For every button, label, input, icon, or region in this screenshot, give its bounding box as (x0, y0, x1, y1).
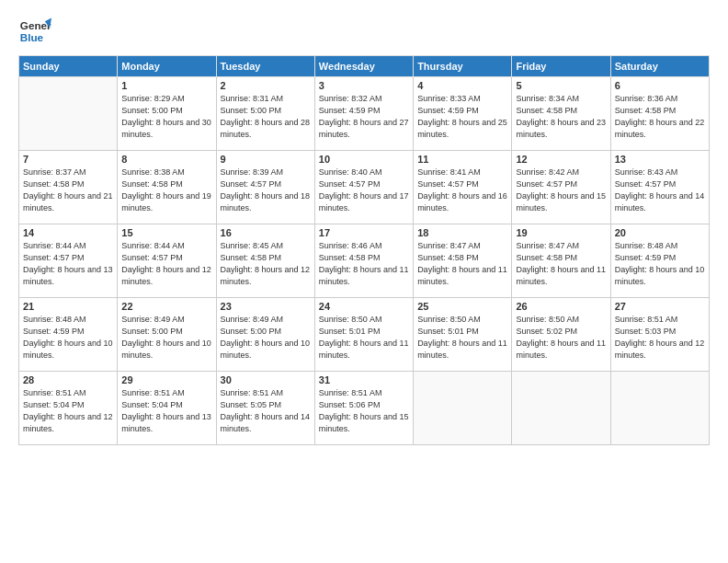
day-info: Sunrise: 8:37 AM Sunset: 4:58 PM Dayligh… (23, 167, 113, 214)
day-number: 28 (23, 374, 113, 385)
day-number: 23 (221, 301, 311, 312)
day-info: Sunrise: 8:29 AM Sunset: 5:00 PM Dayligh… (121, 93, 211, 141)
week-row-4: 21Sunrise: 8:48 AM Sunset: 4:59 PM Dayli… (19, 298, 710, 372)
day-header-friday: Friday (512, 56, 610, 77)
day-info: Sunrise: 8:50 AM Sunset: 5:01 PM Dayligh… (417, 314, 507, 362)
day-info: Sunrise: 8:34 AM Sunset: 4:58 PM Dayligh… (516, 93, 606, 141)
day-cell: 5Sunrise: 8:34 AM Sunset: 4:58 PM Daylig… (512, 77, 610, 151)
day-cell: 27Sunrise: 8:51 AM Sunset: 5:03 PM Dayli… (610, 298, 709, 372)
day-number: 15 (121, 227, 211, 238)
day-cell (610, 372, 709, 445)
day-info: Sunrise: 8:50 AM Sunset: 5:01 PM Dayligh… (319, 314, 409, 362)
header: General Blue (18, 15, 710, 48)
day-info: Sunrise: 8:51 AM Sunset: 5:05 PM Dayligh… (221, 387, 311, 435)
day-number: 2 (221, 80, 311, 91)
day-cell: 19Sunrise: 8:47 AM Sunset: 4:58 PM Dayli… (512, 224, 610, 298)
day-cell: 25Sunrise: 8:50 AM Sunset: 5:01 PM Dayli… (414, 298, 512, 372)
day-cell: 3Sunrise: 8:32 AM Sunset: 4:59 PM Daylig… (314, 77, 413, 151)
day-info: Sunrise: 8:47 AM Sunset: 4:58 PM Dayligh… (516, 240, 606, 288)
day-number: 11 (417, 154, 507, 165)
day-number: 29 (121, 374, 211, 385)
day-info: Sunrise: 8:39 AM Sunset: 4:57 PM Dayligh… (221, 167, 311, 214)
day-cell: 13Sunrise: 8:43 AM Sunset: 4:57 PM Dayli… (610, 151, 709, 224)
day-info: Sunrise: 8:48 AM Sunset: 4:59 PM Dayligh… (23, 314, 113, 362)
day-number: 26 (516, 301, 606, 312)
day-cell (414, 372, 512, 445)
week-row-2: 7Sunrise: 8:37 AM Sunset: 4:58 PM Daylig… (19, 151, 710, 224)
day-info: Sunrise: 8:51 AM Sunset: 5:04 PM Dayligh… (23, 387, 113, 435)
day-number: 20 (615, 227, 705, 238)
day-info: Sunrise: 8:43 AM Sunset: 4:57 PM Dayligh… (615, 167, 705, 214)
day-number: 21 (23, 301, 113, 312)
day-cell: 14Sunrise: 8:44 AM Sunset: 4:57 PM Dayli… (19, 224, 118, 298)
day-cell: 4Sunrise: 8:33 AM Sunset: 4:59 PM Daylig… (414, 77, 512, 151)
day-cell: 18Sunrise: 8:47 AM Sunset: 4:58 PM Dayli… (414, 224, 512, 298)
day-info: Sunrise: 8:45 AM Sunset: 4:58 PM Dayligh… (221, 240, 311, 288)
day-cell: 9Sunrise: 8:39 AM Sunset: 4:57 PM Daylig… (216, 151, 314, 224)
day-info: Sunrise: 8:32 AM Sunset: 4:59 PM Dayligh… (319, 93, 409, 141)
day-info: Sunrise: 8:41 AM Sunset: 4:57 PM Dayligh… (417, 167, 507, 214)
day-number: 4 (417, 80, 507, 91)
day-cell: 11Sunrise: 8:41 AM Sunset: 4:57 PM Dayli… (414, 151, 512, 224)
day-info: Sunrise: 8:51 AM Sunset: 5:06 PM Dayligh… (319, 387, 409, 435)
calendar-table: SundayMondayTuesdayWednesdayThursdayFrid… (18, 55, 710, 445)
day-info: Sunrise: 8:44 AM Sunset: 4:57 PM Dayligh… (23, 240, 113, 288)
day-cell: 21Sunrise: 8:48 AM Sunset: 4:59 PM Dayli… (19, 298, 118, 372)
day-info: Sunrise: 8:49 AM Sunset: 5:00 PM Dayligh… (221, 314, 311, 362)
day-cell: 1Sunrise: 8:29 AM Sunset: 5:00 PM Daylig… (118, 77, 216, 151)
header-row: SundayMondayTuesdayWednesdayThursdayFrid… (19, 56, 710, 77)
day-info: Sunrise: 8:40 AM Sunset: 4:57 PM Dayligh… (319, 167, 409, 214)
day-number: 6 (615, 80, 705, 91)
day-number: 19 (516, 227, 606, 238)
logo: General Blue (18, 15, 51, 48)
day-number: 14 (23, 227, 113, 238)
day-cell: 29Sunrise: 8:51 AM Sunset: 5:04 PM Dayli… (118, 372, 216, 445)
calendar-page: General Blue SundayMondayTuesdayWednesda… (0, 0, 728, 563)
day-header-sunday: Sunday (19, 56, 118, 77)
day-info: Sunrise: 8:48 AM Sunset: 4:59 PM Dayligh… (615, 240, 705, 288)
day-info: Sunrise: 8:51 AM Sunset: 5:04 PM Dayligh… (121, 387, 211, 435)
day-header-wednesday: Wednesday (314, 56, 413, 77)
day-cell: 16Sunrise: 8:45 AM Sunset: 4:58 PM Dayli… (216, 224, 314, 298)
day-number: 8 (121, 154, 211, 165)
day-header-tuesday: Tuesday (216, 56, 314, 77)
day-number: 18 (417, 227, 507, 238)
day-number: 24 (319, 301, 409, 312)
week-row-1: 1Sunrise: 8:29 AM Sunset: 5:00 PM Daylig… (19, 77, 710, 151)
day-number: 30 (221, 374, 311, 385)
day-info: Sunrise: 8:51 AM Sunset: 5:03 PM Dayligh… (615, 314, 705, 362)
week-row-3: 14Sunrise: 8:44 AM Sunset: 4:57 PM Dayli… (19, 224, 710, 298)
day-info: Sunrise: 8:38 AM Sunset: 4:58 PM Dayligh… (121, 167, 211, 214)
day-number: 7 (23, 154, 113, 165)
day-cell: 7Sunrise: 8:37 AM Sunset: 4:58 PM Daylig… (19, 151, 118, 224)
day-cell: 30Sunrise: 8:51 AM Sunset: 5:05 PM Dayli… (216, 372, 314, 445)
day-info: Sunrise: 8:47 AM Sunset: 4:58 PM Dayligh… (417, 240, 507, 288)
logo-icon: General Blue (18, 15, 51, 48)
day-cell: 28Sunrise: 8:51 AM Sunset: 5:04 PM Dayli… (19, 372, 118, 445)
day-number: 22 (121, 301, 211, 312)
day-number: 25 (417, 301, 507, 312)
day-number: 12 (516, 154, 606, 165)
day-info: Sunrise: 8:49 AM Sunset: 5:00 PM Dayligh… (121, 314, 211, 362)
day-header-monday: Monday (118, 56, 216, 77)
day-number: 17 (319, 227, 409, 238)
day-cell: 2Sunrise: 8:31 AM Sunset: 5:00 PM Daylig… (216, 77, 314, 151)
day-number: 13 (615, 154, 705, 165)
day-cell: 10Sunrise: 8:40 AM Sunset: 4:57 PM Dayli… (314, 151, 413, 224)
day-header-thursday: Thursday (414, 56, 512, 77)
day-number: 1 (121, 80, 211, 91)
day-info: Sunrise: 8:31 AM Sunset: 5:00 PM Dayligh… (221, 93, 311, 141)
svg-text:Blue: Blue (20, 31, 44, 43)
day-info: Sunrise: 8:46 AM Sunset: 4:58 PM Dayligh… (319, 240, 409, 288)
week-row-5: 28Sunrise: 8:51 AM Sunset: 5:04 PM Dayli… (19, 372, 710, 445)
day-number: 9 (221, 154, 311, 165)
day-cell: 22Sunrise: 8:49 AM Sunset: 5:00 PM Dayli… (118, 298, 216, 372)
day-number: 3 (319, 80, 409, 91)
day-info: Sunrise: 8:33 AM Sunset: 4:59 PM Dayligh… (417, 93, 507, 141)
day-info: Sunrise: 8:36 AM Sunset: 4:58 PM Dayligh… (615, 93, 705, 141)
day-cell: 15Sunrise: 8:44 AM Sunset: 4:57 PM Dayli… (118, 224, 216, 298)
day-cell: 26Sunrise: 8:50 AM Sunset: 5:02 PM Dayli… (512, 298, 610, 372)
day-number: 31 (319, 374, 409, 385)
day-number: 5 (516, 80, 606, 91)
day-cell (512, 372, 610, 445)
